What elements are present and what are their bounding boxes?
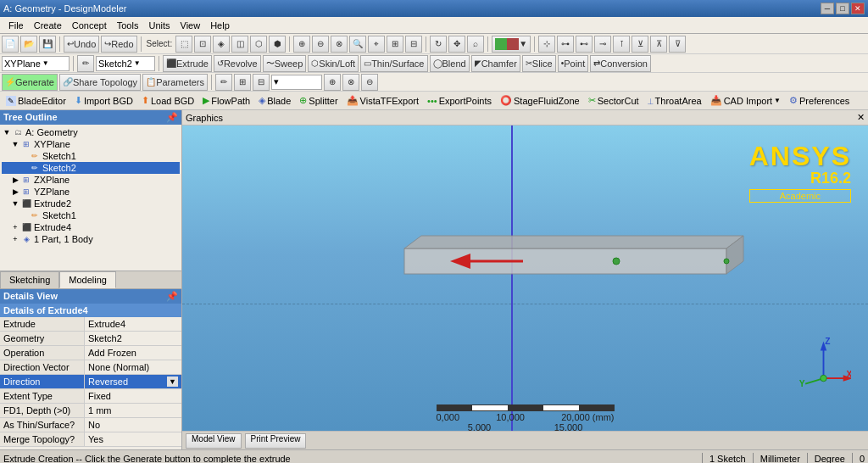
sketch-btn-1[interactable]: ✏ bbox=[215, 74, 232, 91]
undo-button[interactable]: ↩ Undo bbox=[64, 36, 99, 53]
tree-item-xyplane[interactable]: ▼ ⊞ XYPlane bbox=[2, 138, 180, 150]
redo-button[interactable]: ↪ Redo bbox=[101, 36, 136, 53]
throat-area-btn[interactable]: ⟂ ThroatArea bbox=[645, 95, 704, 107]
select-mode-4[interactable]: ◫ bbox=[231, 36, 248, 53]
menu-file[interactable]: File bbox=[3, 19, 29, 32]
svg-point-14 bbox=[821, 375, 826, 381]
tree-item-geometry[interactable]: ▼ 🗂 A: Geometry bbox=[2, 126, 180, 138]
slice-button[interactable]: ✂ Slice bbox=[522, 55, 556, 72]
menu-tools[interactable]: Tools bbox=[112, 19, 144, 32]
stage-fluid-zone-btn[interactable]: ⭕ StageFluidZone bbox=[498, 94, 582, 107]
export-points-btn[interactable]: ••• ExportPoints bbox=[425, 95, 494, 107]
tree-item-body[interactable]: + ◈ 1 Part, 1 Body bbox=[2, 233, 180, 245]
sector-cut-btn[interactable]: ✂ SectorCut bbox=[586, 94, 642, 107]
sketch-btn-6[interactable]: ⊖ bbox=[361, 74, 378, 91]
menu-help[interactable]: Help bbox=[205, 19, 235, 32]
select-mode-3[interactable]: ◈ bbox=[213, 36, 230, 53]
rotate-btn[interactable]: ↻ bbox=[430, 36, 447, 53]
extra-btn-5[interactable]: ⊺ bbox=[613, 36, 630, 53]
sketch-btn-2[interactable]: ⊞ bbox=[234, 74, 251, 91]
menu-concept[interactable]: Concept bbox=[67, 19, 112, 32]
sketch-btn-4[interactable]: ⊕ bbox=[324, 74, 341, 91]
sketch-btn-3[interactable]: ⊟ bbox=[253, 74, 270, 91]
blade-editor-btn[interactable]: ✎ BladeEditor bbox=[3, 95, 69, 107]
parameters-button[interactable]: 📋 Parameters bbox=[142, 74, 208, 91]
view-btn-6[interactable]: ⊞ bbox=[387, 36, 403, 53]
skin-button[interactable]: ⬡ Skin/Loft bbox=[308, 55, 359, 72]
view-btn-4[interactable]: 🔍 bbox=[349, 36, 366, 53]
menu-units[interactable]: Units bbox=[143, 19, 175, 32]
maximize-button[interactable]: □ bbox=[836, 3, 849, 14]
model-view-tab[interactable]: Model View bbox=[186, 433, 242, 449]
blade-btn[interactable]: ◈ Blade bbox=[256, 94, 293, 107]
sketching-tab[interactable]: Sketching bbox=[0, 271, 59, 288]
extra-btn-4[interactable]: ⊸ bbox=[594, 36, 611, 53]
generate-button[interactable]: ⚡ Generate bbox=[2, 74, 58, 91]
tree-item-sketch1-e2[interactable]: ✏ Sketch1 bbox=[2, 209, 180, 221]
view-btn-2[interactable]: ⊖ bbox=[312, 36, 329, 53]
view-btn-5[interactable]: ⌖ bbox=[368, 36, 385, 53]
view-btn-7[interactable]: ⊟ bbox=[405, 36, 422, 53]
extra-btn-2[interactable]: ⊶ bbox=[557, 36, 574, 53]
cad-import-btn[interactable]: 📥 CAD Import ▼ bbox=[708, 94, 783, 107]
extra-btn-6[interactable]: ⊻ bbox=[632, 36, 648, 53]
plane-dropdown[interactable]: XYPlane▼ bbox=[2, 56, 70, 71]
import-bgd-btn[interactable]: ⬇ Import BGD bbox=[72, 94, 136, 107]
save-button[interactable]: 💾 bbox=[39, 36, 56, 53]
details-row-direction[interactable]: Direction Reversed ▼ bbox=[0, 375, 181, 389]
extra-btn-3[interactable]: ⊷ bbox=[576, 36, 593, 53]
tree-item-zxplane[interactable]: ▶ ⊞ ZXPlane bbox=[2, 174, 180, 186]
extra-btn-1[interactable]: ⊹ bbox=[538, 36, 555, 53]
menu-view[interactable]: View bbox=[175, 19, 206, 32]
tree-pin-icon[interactable]: 📌 bbox=[166, 112, 178, 123]
point-button[interactable]: • Point bbox=[558, 55, 589, 72]
menu-create[interactable]: Create bbox=[29, 19, 67, 32]
view-btn-3[interactable]: ⊗ bbox=[331, 36, 348, 53]
new-button[interactable]: 📄 bbox=[2, 36, 19, 53]
tree-item-extrude2[interactable]: ▼ ⬛ Extrude2 bbox=[2, 198, 180, 209]
expand-geometry[interactable]: ▼ bbox=[2, 128, 12, 137]
close-button[interactable]: ✕ bbox=[851, 3, 865, 14]
graphics-viewport[interactable]: ANSYS R16.2 Academic bbox=[182, 126, 868, 449]
tree-content[interactable]: ▼ 🗂 A: Geometry ▼ ⊞ XYPlane ✏ Sketch1 bbox=[0, 125, 181, 268]
details-pin-icon[interactable]: 📌 bbox=[166, 291, 178, 302]
select-mode-5[interactable]: ⬡ bbox=[250, 36, 267, 53]
preferences-btn[interactable]: ⚙ Preferences bbox=[787, 94, 852, 107]
revolve-button[interactable]: ↺ Revolve bbox=[214, 55, 261, 72]
view-dropdown[interactable]: ▾ bbox=[271, 75, 322, 90]
graphics-close-icon[interactable]: ✕ bbox=[857, 112, 865, 123]
select-mode-2[interactable]: ⊡ bbox=[194, 36, 211, 53]
select-mode-1[interactable]: ⬚ bbox=[175, 36, 192, 53]
chamfer-button[interactable]: ◤ Chamfer bbox=[471, 55, 520, 72]
tree-item-yzplane[interactable]: ▶ ⊞ YZPlane bbox=[2, 186, 180, 198]
tree-item-sketch1-xy[interactable]: ✏ Sketch1 bbox=[2, 150, 180, 162]
flow-path-btn[interactable]: ▶ FlowPath bbox=[200, 94, 253, 107]
extra-btn-7[interactable]: ⊼ bbox=[650, 36, 667, 53]
select-mode-6[interactable]: ⬢ bbox=[269, 36, 286, 53]
extrude-button[interactable]: ⬛ Extrude bbox=[163, 55, 212, 72]
splitter-btn[interactable]: ⊕ Splitter bbox=[297, 94, 340, 107]
print-preview-tab[interactable]: Print Preview bbox=[245, 433, 307, 449]
tree-item-extrude4[interactable]: + ⬛ Extrude4 bbox=[2, 221, 180, 233]
share-topology-button[interactable]: 🔗 Share Topology bbox=[59, 74, 141, 91]
tree-item-sketch2-xy[interactable]: ✏ Sketch2 bbox=[2, 162, 180, 174]
conversion-button[interactable]: ⇄ Conversion bbox=[590, 55, 651, 72]
color-picker[interactable]: ▼ bbox=[492, 36, 531, 53]
minimize-button[interactable]: ─ bbox=[821, 3, 834, 14]
sketch-icon-btn[interactable]: ✏ bbox=[77, 55, 94, 72]
view-btn-1[interactable]: ⊕ bbox=[293, 36, 310, 53]
expand-xyplane[interactable]: ▼ bbox=[10, 140, 20, 148]
sketch-dropdown[interactable]: Sketch2▼ bbox=[96, 56, 155, 71]
direction-dropdown-arrow[interactable]: ▼ bbox=[167, 377, 178, 387]
load-bgd-btn[interactable]: ⬆ Load BGD bbox=[139, 94, 197, 107]
sweep-button[interactable]: 〜 Sweep bbox=[263, 55, 307, 72]
pan-btn[interactable]: ✥ bbox=[448, 36, 465, 53]
sketch-btn-5[interactable]: ⊗ bbox=[342, 74, 359, 91]
modeling-tab[interactable]: Modeling bbox=[59, 271, 116, 288]
blend-button[interactable]: ◯ Blend bbox=[430, 55, 470, 72]
zoom-btn[interactable]: ⌕ bbox=[467, 36, 484, 53]
open-button[interactable]: 📂 bbox=[20, 36, 37, 53]
thin-button[interactable]: ▭ Thin/Surface bbox=[360, 55, 427, 72]
extra-btn-8[interactable]: ⊽ bbox=[669, 36, 686, 53]
vista-export-btn[interactable]: 📤 VistaTFExport bbox=[344, 94, 422, 107]
